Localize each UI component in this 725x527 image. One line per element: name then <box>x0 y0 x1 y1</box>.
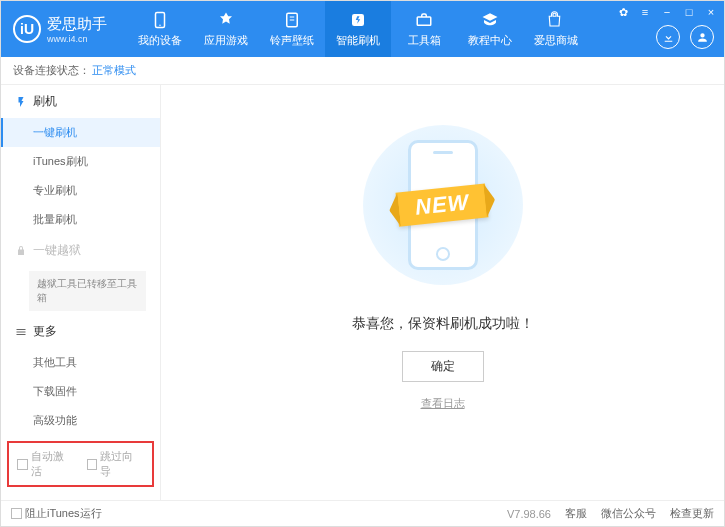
flash-icon <box>15 96 27 108</box>
nav-item-ringtone[interactable]: 铃声壁纸 <box>259 1 325 57</box>
device-info[interactable]: iPhone 15 Pro Max 512GB iPhone <box>1 493 160 500</box>
app-url: www.i4.cn <box>47 34 107 44</box>
svg-point-1 <box>159 24 161 26</box>
close-icon[interactable]: × <box>704 5 718 19</box>
lock-icon <box>15 245 27 257</box>
more-icon <box>15 326 27 338</box>
footer-link-update[interactable]: 检查更新 <box>670 506 714 521</box>
nav-item-toolbox[interactable]: 工具箱 <box>391 1 457 57</box>
apps-icon <box>217 11 235 29</box>
nav-label: 教程中心 <box>468 33 512 48</box>
user-icon[interactable] <box>690 25 714 49</box>
phone-icon <box>11 500 22 501</box>
sidebar-group-more[interactable]: 更多 <box>1 315 160 348</box>
device-name-text: iPhone 15 Pro Max <box>26 499 120 500</box>
ringtone-icon <box>283 11 301 29</box>
nav-label: 智能刷机 <box>336 33 380 48</box>
sidebar-item-other[interactable]: 其他工具 <box>1 348 160 377</box>
activation-options-highlight: 自动激活 跳过向导 <box>7 441 154 487</box>
minimize-icon[interactable]: − <box>660 5 674 19</box>
menu-icon[interactable]: ≡ <box>638 5 652 19</box>
tutorial-icon <box>481 11 499 29</box>
nav-item-shop[interactable]: 爱思商城 <box>523 1 589 57</box>
settings-icon[interactable]: ✿ <box>616 5 630 19</box>
nav-item-flash[interactable]: 智能刷机 <box>325 1 391 57</box>
view-log-link[interactable]: 查看日志 <box>421 396 465 411</box>
footer-link-support[interactable]: 客服 <box>565 506 587 521</box>
status-bar: 设备连接状态： 正常模式 <box>1 57 724 85</box>
nav-label: 铃声壁纸 <box>270 33 314 48</box>
sidebar-item-firmware[interactable]: 下载固件 <box>1 377 160 406</box>
maximize-icon[interactable]: □ <box>682 5 696 19</box>
sidebar-item-pro[interactable]: 专业刷机 <box>1 176 160 205</box>
sidebar-item-advanced[interactable]: 高级功能 <box>1 406 160 435</box>
sidebar-item-itunes[interactable]: iTunes刷机 <box>1 147 160 176</box>
sidebar-group-flash[interactable]: 刷机 <box>1 85 160 118</box>
app-logo: iU 爱思助手 www.i4.cn <box>1 15 119 44</box>
nav-item-device[interactable]: 我的设备 <box>127 1 193 57</box>
app-name: 爱思助手 <box>47 15 107 32</box>
checkbox-skip-guide[interactable]: 跳过向导 <box>87 449 145 479</box>
version-text: V7.98.66 <box>507 508 551 520</box>
sidebar-item-batch[interactable]: 批量刷机 <box>1 205 160 234</box>
success-illustration: NEW <box>353 115 533 295</box>
nav-item-apps[interactable]: 应用游戏 <box>193 1 259 57</box>
success-message: 恭喜您，保资料刷机成功啦！ <box>352 315 534 333</box>
sidebar-group-jailbreak: 一键越狱 <box>1 234 160 267</box>
ok-button[interactable]: 确定 <box>402 351 484 382</box>
nav-label: 我的设备 <box>138 33 182 48</box>
nav-label: 工具箱 <box>408 33 441 48</box>
flash-icon <box>349 11 367 29</box>
status-label: 设备连接状态： <box>13 63 90 78</box>
download-icon[interactable] <box>656 25 680 49</box>
checkbox-auto-activate[interactable]: 自动激活 <box>17 449 75 479</box>
device-icon <box>151 11 169 29</box>
svg-rect-4 <box>417 17 431 25</box>
nav-item-tutorial[interactable]: 教程中心 <box>457 1 523 57</box>
footer-link-wechat[interactable]: 微信公众号 <box>601 506 656 521</box>
shop-icon <box>547 11 565 29</box>
status-value: 正常模式 <box>92 63 136 78</box>
nav-label: 应用游戏 <box>204 33 248 48</box>
logo-icon: iU <box>13 15 41 43</box>
sidebar-jailbreak-note: 越狱工具已转移至工具箱 <box>29 271 146 311</box>
sidebar-item-oneclick[interactable]: 一键刷机 <box>1 118 160 147</box>
toolbox-icon <box>415 11 433 29</box>
checkbox-block-itunes[interactable]: 阻止iTunes运行 <box>11 506 102 521</box>
nav-label: 爱思商城 <box>534 33 578 48</box>
